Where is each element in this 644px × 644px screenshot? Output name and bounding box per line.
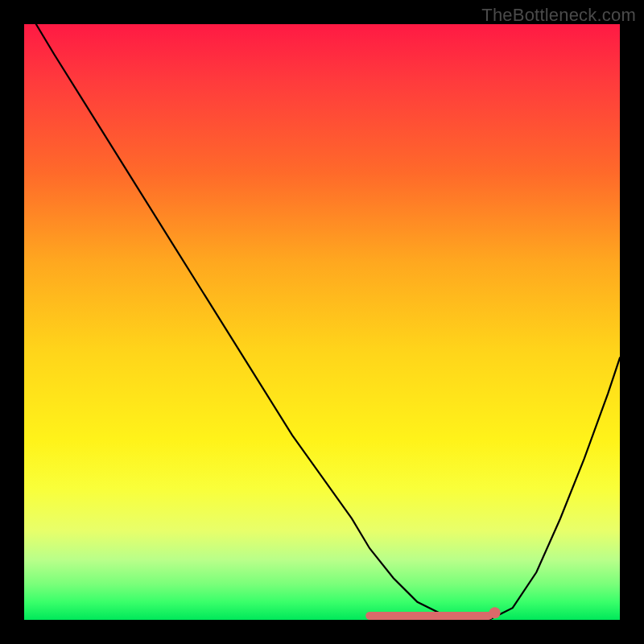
data-point-marker xyxy=(489,607,501,618)
chart-container: TheBottleneck.com xyxy=(0,0,644,644)
watermark-text: TheBottleneck.com xyxy=(481,5,636,26)
plot-area xyxy=(24,24,620,620)
bottleneck-curve xyxy=(36,24,620,620)
curve-svg xyxy=(24,24,620,620)
